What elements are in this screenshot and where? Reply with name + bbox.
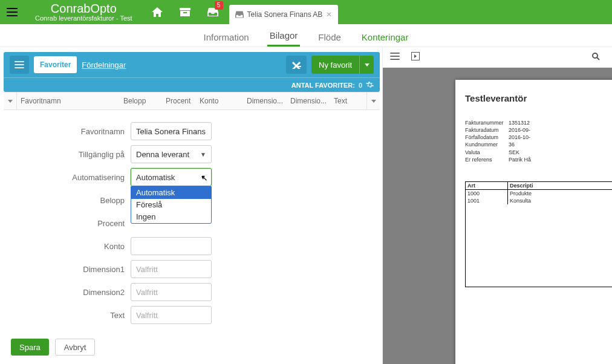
tillganglig-selected: Denna leverant [136,150,189,159]
automatisering-select[interactable]: Automatisk ▼ [131,168,212,186]
viewer-menu-icon[interactable] [389,53,401,62]
konto-input[interactable] [131,237,212,255]
label-procent: Procent [4,219,131,228]
tab-flode[interactable]: Flöde [316,27,343,47]
favorites-count-value: 0 [359,82,362,89]
label-belopp: Belopp [4,196,131,205]
svg-rect-4 [180,11,190,16]
chevron-down-icon: ▼ [200,174,206,181]
svg-rect-2 [7,15,18,16]
favorites-count-label: ANTAL FAVORITER: [291,82,355,89]
fordelningar-link[interactable]: Fördelningar [82,60,126,70]
automatisering-option-ingen[interactable]: Ingen [131,211,211,223]
label-dimension2: Dimension2 [4,288,131,297]
tab-information[interactable]: Information [201,27,252,47]
brand-block: ConrabOpto Conrab leverantörsfakturor - … [24,2,143,22]
clear-button[interactable] [286,56,307,74]
col-belopp[interactable]: Belopp [120,97,162,105]
svg-rect-5 [183,12,187,13]
favoriter-button[interactable]: Favoriter [34,56,77,73]
label-konto: Konto [4,242,131,251]
ny-favorit-split-button: Ny favorit [311,56,374,74]
column-menu-right[interactable] [366,92,380,110]
favorites-panel-header: Favoriter Fördelningar Ny favorit [4,52,380,77]
label-text: Text [4,311,131,320]
tab-konteringar[interactable]: Konteringar [359,27,411,47]
viewer-toolbar: Sida: [383,47,612,68]
col-konto[interactable]: Konto [196,97,243,105]
app-menu-button[interactable] [0,0,24,24]
home-icon[interactable] [143,0,171,24]
inbox-badge: 5 [215,1,223,10]
favoritnamn-input[interactable] [131,122,212,140]
doc-table: Art Descripti 1000 Produkte 1001 Konsult… [465,181,612,287]
document-preview-area[interactable]: Testleverantör Fakturanummer1351312 Fakt… [383,68,612,364]
brand-subtitle: Conrab leverantörsfakturor - Test [35,15,132,22]
col-text[interactable]: Text [330,97,366,105]
open-document-tab[interactable]: Telia Sonera Finans AB ✕ [229,5,339,24]
archive-icon[interactable] [171,0,199,24]
svg-rect-3 [180,8,190,10]
viewer-panel-icon[interactable] [409,52,422,62]
svg-rect-8 [15,67,24,68]
svg-rect-12 [390,59,399,60]
cancel-button[interactable]: Avbryt [55,339,96,356]
svg-rect-6 [15,61,24,62]
col-procent[interactable]: Procent [162,97,196,105]
svg-rect-1 [7,11,18,13]
automatisering-option-foresla[interactable]: Föreslå [131,199,211,211]
favorites-count-bar: ANTAL FAVORITER: 0 [4,77,380,92]
tab-close-icon[interactable]: ✕ [326,10,332,19]
table-row: 1001 Konsulta [466,197,612,204]
document-page: Testleverantör Fakturanummer1351312 Fakt… [455,80,612,364]
col-dimension1[interactable]: Dimensio... [243,97,287,105]
col-dimension2[interactable]: Dimensio... [287,97,330,105]
dimension2-input[interactable] [131,283,212,301]
svg-rect-7 [15,64,24,65]
tab-bilagor[interactable]: Bilagor [267,25,301,47]
text-input[interactable] [131,306,212,324]
panel-menu-button[interactable] [10,56,29,74]
ny-favorit-dropdown[interactable] [359,56,374,74]
gear-icon[interactable] [366,81,374,89]
automatisering-option-automatisk[interactable]: Automatisk [131,187,211,199]
ny-favorit-button[interactable]: Ny favorit [311,60,359,70]
label-dimension1: Dimension1 [4,265,131,274]
search-icon[interactable] [590,52,602,62]
label-tillganglig: Tillgänglig på [4,150,131,159]
save-button[interactable]: Spara [11,339,49,356]
col-favoritnamn[interactable]: Favoritnamn [17,97,120,105]
favorite-form: Favoritnamn Tillgänglig på Denna leveran… [4,110,380,335]
table-row: 1000 Produkte [466,190,612,197]
dimension1-input[interactable] [131,260,212,278]
brand-title: ConrabOpto [35,2,132,15]
favorites-column-header: Favoritnamn Belopp Procent Konto Dimensi… [4,92,380,110]
svg-point-14 [593,53,597,58]
svg-rect-10 [390,53,399,54]
inbox-icon[interactable]: 5 [199,0,227,24]
column-menu-left[interactable] [4,92,17,110]
automatisering-dropdown-menu: Automatisk Föreslå Ingen [131,186,212,224]
doc-title: Testleverantör [465,93,612,103]
tab-label: Telia Sonera Finans AB [247,10,323,19]
document-subtabs: Information Bilagor Flöde Konteringar [0,24,612,47]
tillganglig-select[interactable]: Denna leverant ▼ [131,145,212,163]
automatisering-selected: Automatisk [136,173,175,182]
svg-rect-9 [298,66,301,67]
label-favoritnamn: Favoritnamn [4,127,131,136]
svg-rect-11 [390,56,399,57]
svg-rect-0 [7,8,18,9]
chevron-down-icon: ▼ [200,151,206,158]
doc-meta: Fakturanummer1351312 Fakturadatum2016-09… [465,119,612,163]
svg-line-15 [597,57,599,60]
label-automatisering: Automatisering [4,173,131,182]
